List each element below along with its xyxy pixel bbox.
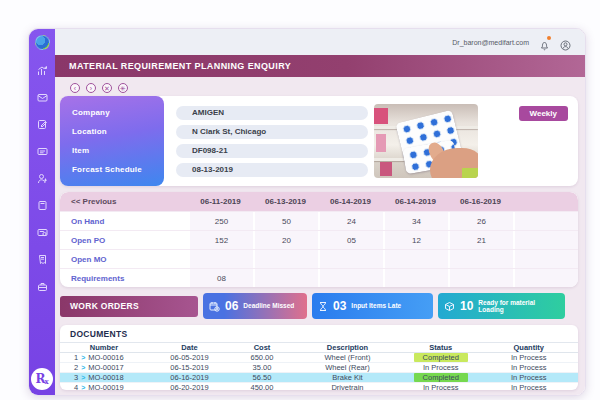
previous-pager[interactable]: << Previous [60,197,188,206]
status-badge: Completed [414,373,468,382]
card-settings-icon[interactable] [36,226,48,238]
col-number: Number [60,343,148,352]
medicine-box [374,108,388,124]
company-field[interactable]: AMIGEN [176,106,368,120]
previous-record-icon[interactable]: ‹ [70,83,80,93]
mrp-value: 34 [383,212,448,230]
doc-quantity: In Process [480,353,578,362]
form-fields: AMIGEN N Clark St, Chicago DF098-21 08-1… [176,96,368,186]
row-index: 3 [74,373,78,382]
mrp-row-on-hand: On Hand 250 50 24 34 26 [60,211,578,230]
document-row[interactable]: 1>MO-00016 06-05-2019 650.00 Wheel (Fron… [60,353,578,363]
location-field[interactable]: N Clark St, Chicago [176,125,368,139]
forecast-schedule-field[interactable]: 08-13-2019 [176,163,368,177]
mrp-row-open-mo: Open MO [60,249,578,268]
close-record-icon[interactable]: ✕ [102,83,112,93]
row-label: Open PO [60,236,188,245]
record-nav: ‹ › ✕ ✳ [60,81,578,96]
date-header: 06-16-2019 [448,192,513,211]
doc-date: 06-15-2019 [148,363,231,372]
mrp-row-open-po: Open PO 152 20 05 12 21 [60,230,578,249]
calendar-missed-icon [209,301,220,312]
briefcase-icon[interactable] [36,280,48,292]
form-label-panel: Company Location Item Forcast Schedule [60,96,164,186]
doc-status: In Process [402,363,480,372]
add-record-icon[interactable]: ✳ [118,83,128,93]
receipt-icon[interactable] [36,253,48,265]
mrp-value-empty [513,212,578,230]
ready-material-loading-badge[interactable]: 10 Ready for material Loading [438,293,565,319]
notification-dot [547,36,551,40]
doc-quantity: In Process [480,383,578,390]
medicine-box [380,162,392,176]
mrp-value: 05 [318,231,383,249]
page: Rx Dr_baron@medifart.com MATERIAL REQUIR… [0,0,600,400]
date-header: 06-14-2019 [383,192,448,211]
mrp-value-empty [513,269,578,287]
doc-description: Wheel (Rear) [293,363,402,372]
mail-icon[interactable] [36,91,48,103]
doc-quantity: In Process [480,363,578,372]
calculator-icon[interactable] [36,199,48,211]
mrp-value: 24 [318,212,383,230]
doc-date: 06-20-2019 [148,383,231,390]
person-location-icon[interactable] [36,172,48,184]
mrp-value [448,250,513,268]
weekly-badge[interactable]: Weekly [519,106,568,121]
input-items-late-badge[interactable]: 03 Input Items Late [312,293,433,319]
chevron-right-icon[interactable]: > [81,374,85,381]
user-avatar-icon[interactable] [560,37,571,48]
user-email[interactable]: Dr_baron@medifart.com [452,39,529,46]
enquiry-form-card: Company Location Item Forcast Schedule A… [60,96,578,186]
mrp-table: << Previous 06-11-2019 06-13-2019 06-14-… [60,192,578,287]
mrp-value [383,269,448,287]
card-icon[interactable] [36,145,48,157]
doc-number: MO-00018 [88,373,123,382]
company-logo[interactable] [35,35,50,50]
mrp-value: 08 [188,269,253,287]
documents-card: DOCUMENTS Number Date Cost Description S… [60,325,578,390]
chevron-right-icon[interactable]: > [81,384,85,390]
document-row[interactable]: 4>MO-00019 06-20-2019 450.00 Drivetrain … [60,383,578,390]
product-photo [374,104,478,178]
mrp-value: 152 [188,231,253,249]
doc-cost: 35.00 [231,363,293,372]
doc-cost: 650.00 [231,353,293,362]
mrp-value: 50 [253,212,318,230]
doc-number: MO-00019 [88,383,123,390]
document-row[interactable]: 2>MO-00017 06-15-2019 35.00 Wheel (Rear)… [60,363,578,373]
note-edit-icon[interactable] [36,118,48,130]
mrp-value [318,269,383,287]
chart-icon[interactable] [36,64,48,76]
medicine-box [376,134,386,152]
col-quantity: Quantity [480,343,578,352]
mrp-value: 12 [383,231,448,249]
location-label: Location [72,127,164,136]
badge-count: 10 [460,299,473,313]
deadline-missed-badge[interactable]: 06 Deadline Missed [203,293,307,319]
mrp-header-row: << Previous 06-11-2019 06-13-2019 06-14-… [60,192,578,211]
row-label: Open MO [60,255,188,264]
doc-date: 06-16-2019 [148,373,231,382]
next-record-icon[interactable]: › [86,83,96,93]
item-field[interactable]: DF098-21 [176,144,368,158]
row-label: Requirements [60,274,188,283]
mrp-value [188,250,253,268]
date-header: 06-13-2019 [253,192,318,211]
document-row-selected[interactable]: 3>MO-00018 06-16-2019 56.50 Brake Kit Co… [60,373,578,383]
doc-number: MO-00016 [88,353,123,362]
box-icon [444,301,455,312]
doc-cost: 450.00 [231,383,293,390]
notifications-bell-icon[interactable] [539,37,550,48]
mrp-value-empty [513,250,578,268]
mrp-value [253,269,318,287]
main-area: Dr_baron@medifart.com MATERIAL REQUIREME… [55,29,585,395]
chevron-right-icon[interactable]: > [81,364,85,371]
chevron-right-icon[interactable]: > [81,354,85,361]
work-orders-bar: WORK ORDERS 06 Deadline Missed 03 Input … [60,293,578,319]
badge-label: Ready for material Loading [478,299,559,314]
badge-label: Input Items Late [351,302,427,309]
hourglass-icon [318,301,328,312]
mrp-value: 20 [253,231,318,249]
topbar: Dr_baron@medifart.com [55,29,585,55]
